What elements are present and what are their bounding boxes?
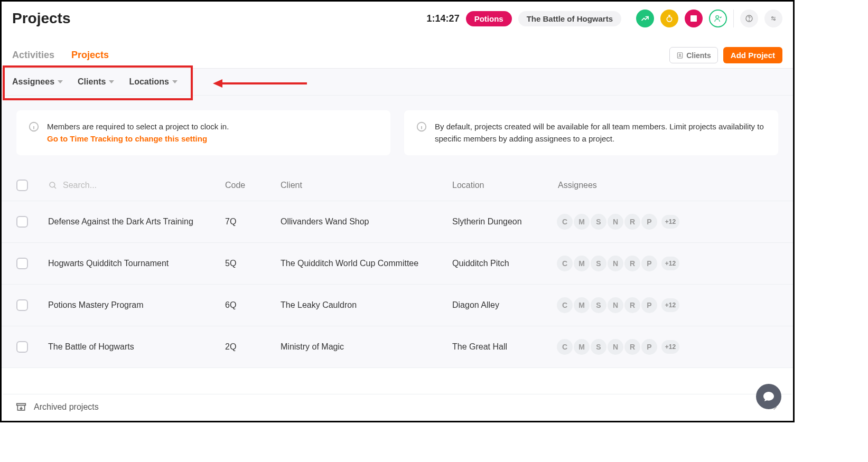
cell-assignees: CMSNRP +12: [558, 256, 778, 271]
filter-locations[interactable]: Locations: [129, 77, 178, 87]
chevron-down-icon: [109, 80, 114, 83]
tab-activities[interactable]: Activities: [12, 43, 54, 67]
stop-button[interactable]: [685, 10, 703, 27]
avatar-more-count[interactable]: +12: [661, 298, 679, 312]
user-status-button[interactable]: [709, 10, 727, 27]
avatar[interactable]: C: [557, 214, 573, 230]
avatar[interactable]: P: [641, 214, 657, 230]
avatar-more-count[interactable]: +12: [661, 340, 679, 354]
cell-client: The Leaky Cauldron: [281, 300, 452, 310]
top-header: Projects 1:14:27 Potions The Battle of H…: [2, 2, 793, 42]
search-input[interactable]: [63, 181, 169, 190]
col-header-code: Code: [225, 181, 281, 190]
projects-table: Code Client Location Assignees Defense A…: [2, 170, 793, 368]
avatar[interactable]: R: [624, 256, 640, 271]
cell-code: 2Q: [225, 342, 281, 352]
header-right-cluster: 1:14:27 Potions The Battle of Hogwarts: [427, 10, 782, 27]
avatar[interactable]: M: [574, 297, 590, 313]
info-icon: [416, 121, 427, 133]
avatar[interactable]: P: [641, 297, 657, 313]
filter-assignees-label: Assignees: [12, 77, 54, 87]
cell-assignees: CMSNRP +12: [558, 297, 778, 313]
avatar-more-count[interactable]: +12: [661, 257, 679, 270]
play-button[interactable]: [636, 10, 654, 27]
footer-bar: Archived projects: [3, 394, 791, 419]
avatar[interactable]: M: [574, 256, 590, 271]
info-card-availability: By default, projects created will be ava…: [404, 110, 778, 155]
avatar[interactable]: N: [608, 214, 623, 230]
avatar[interactable]: R: [624, 214, 640, 230]
svg-point-2: [716, 16, 718, 18]
filter-assignees[interactable]: Assignees: [12, 77, 63, 87]
checkbox-select-all[interactable]: [16, 180, 28, 191]
avatar[interactable]: N: [608, 339, 623, 355]
row-checkbox[interactable]: [16, 341, 28, 353]
avatar[interactable]: C: [557, 339, 573, 355]
filter-clients[interactable]: Clients: [78, 77, 114, 87]
avatar[interactable]: R: [624, 297, 640, 313]
avatar[interactable]: S: [591, 214, 606, 230]
cell-code: 5Q: [225, 259, 281, 268]
col-header-client: Client: [281, 181, 452, 190]
row-checkbox[interactable]: [16, 299, 28, 311]
avatar[interactable]: S: [591, 297, 606, 313]
info-card-text: By default, projects created will be ava…: [435, 121, 767, 145]
avatar[interactable]: P: [641, 339, 657, 355]
search-icon: [48, 181, 58, 190]
chat-widget-button[interactable]: [756, 384, 781, 409]
table-header-row: Code Client Location Assignees: [2, 170, 793, 201]
avatar[interactable]: R: [624, 339, 640, 355]
cell-project-name: Hogwarts Quidditch Tournament: [48, 259, 225, 268]
cell-location: Slytherin Dungeon: [452, 217, 558, 227]
avatar[interactable]: N: [608, 297, 623, 313]
svg-rect-1: [690, 15, 697, 22]
table-row[interactable]: Potions Mastery Program 6Q The Leaky Cau…: [2, 285, 793, 326]
svg-point-5: [772, 17, 773, 18]
chevron-down-icon: [58, 80, 63, 83]
info-card-text: Members are required to select a project…: [47, 121, 229, 133]
settings-button[interactable]: [764, 10, 782, 27]
cell-client: Ministry of Magic: [281, 342, 452, 352]
avatar[interactable]: P: [641, 256, 657, 271]
cell-code: 7Q: [225, 217, 281, 227]
row-checkbox[interactable]: [16, 216, 28, 228]
clients-button-label: Clients: [686, 51, 711, 60]
tab-projects[interactable]: Projects: [71, 43, 109, 67]
avatar[interactable]: N: [608, 256, 623, 271]
pill-active-task[interactable]: Potions: [466, 11, 512, 26]
row-checkbox[interactable]: [16, 258, 28, 269]
svg-point-0: [667, 17, 671, 22]
clients-icon: [676, 52, 684, 59]
timer-value: 1:14:27: [427, 13, 460, 24]
info-card-link[interactable]: Go to Time Tracking to change this setti…: [47, 133, 229, 145]
avatar[interactable]: M: [574, 339, 590, 355]
table-row[interactable]: The Battle of Hogwarts 2Q Ministry of Ma…: [2, 326, 793, 368]
col-header-assignees: Assignees: [558, 181, 778, 190]
cell-assignees: CMSNRP +12: [558, 214, 778, 230]
chat-icon: [762, 390, 775, 403]
archived-projects-link[interactable]: Archived projects: [34, 402, 99, 412]
table-row[interactable]: Hogwarts Quidditch Tournament 5Q The Qui…: [2, 243, 793, 285]
avatar[interactable]: S: [591, 339, 606, 355]
avatar[interactable]: M: [574, 214, 590, 230]
help-button[interactable]: [740, 10, 758, 27]
cell-project-name: Defense Against the Dark Arts Training: [48, 217, 225, 227]
avatar-more-count[interactable]: +12: [661, 215, 679, 229]
pill-project[interactable]: The Battle of Hogwarts: [518, 11, 621, 26]
info-cards-row: Members are required to select a project…: [2, 95, 793, 170]
avatar[interactable]: S: [591, 256, 606, 271]
annotation-arrow-icon: [213, 76, 308, 91]
add-project-button[interactable]: Add Project: [723, 47, 782, 63]
cell-project-name: The Battle of Hogwarts: [48, 342, 225, 352]
archive-icon: [16, 402, 26, 412]
table-row[interactable]: Defense Against the Dark Arts Training 7…: [2, 201, 793, 243]
avatar[interactable]: C: [557, 256, 573, 271]
clients-button[interactable]: Clients: [669, 47, 718, 63]
cell-client: Ollivanders Wand Shop: [281, 217, 452, 227]
cell-assignees: CMSNRP +12: [558, 339, 778, 355]
avatar[interactable]: C: [557, 297, 573, 313]
filter-clients-label: Clients: [78, 77, 106, 87]
svg-line-18: [54, 186, 56, 188]
break-button[interactable]: [660, 10, 678, 27]
svg-marker-10: [213, 79, 222, 88]
